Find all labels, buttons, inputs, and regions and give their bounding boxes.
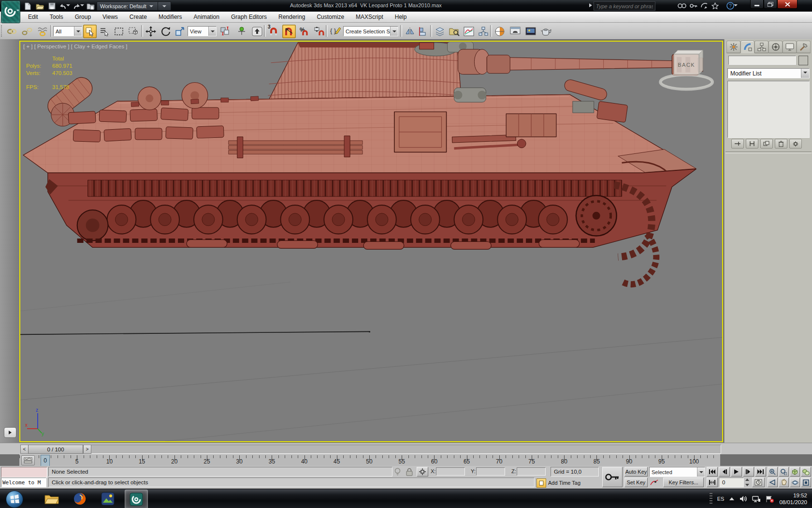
selection-filter-dropdown[interactable]: All bbox=[53, 26, 82, 36]
zoom-extents-button[interactable] bbox=[790, 467, 800, 477]
taskbar-clock[interactable]: 19:52 08/01/2020 bbox=[779, 492, 810, 506]
spinner-snap-toggle-icon[interactable] bbox=[312, 25, 326, 38]
angle-snap-toggle-icon[interactable] bbox=[282, 25, 296, 38]
frame-spinner[interactable] bbox=[744, 478, 750, 487]
render-production-icon[interactable] bbox=[539, 25, 553, 38]
help-dropdown-arrow[interactable] bbox=[734, 4, 738, 8]
menu-tools[interactable]: Tools bbox=[44, 12, 69, 22]
tab-utilities[interactable] bbox=[797, 41, 811, 53]
menu-create[interactable]: Create bbox=[124, 12, 153, 22]
search-icon[interactable] bbox=[677, 1, 687, 10]
previous-frame-button[interactable]: < bbox=[20, 445, 29, 454]
infocenter-expand-arrow[interactable] bbox=[589, 3, 593, 9]
mirror-icon[interactable] bbox=[403, 25, 417, 38]
tab-hierarchy[interactable] bbox=[754, 41, 768, 53]
default-in-out-tangent-icon[interactable] bbox=[650, 479, 659, 487]
coord-z-field[interactable] bbox=[517, 467, 546, 476]
expand-panel-button[interactable] bbox=[4, 427, 16, 438]
perspective-viewport[interactable]: BACK [ + ] [ Perspective ] [ Clay + Edge… bbox=[19, 41, 723, 442]
coord-y-field[interactable] bbox=[476, 467, 505, 476]
select-and-link-icon[interactable] bbox=[5, 25, 18, 38]
new-file-button[interactable] bbox=[22, 2, 33, 10]
select-and-rotate-icon[interactable] bbox=[159, 25, 172, 38]
play-animation-button[interactable] bbox=[731, 467, 742, 477]
maxscript-mini-listener-macro[interactable] bbox=[1, 467, 47, 478]
tab-motion[interactable] bbox=[768, 41, 783, 53]
workspace-selector[interactable]: Workspace: Default bbox=[97, 1, 160, 11]
pan-view-button[interactable] bbox=[779, 478, 789, 487]
object-name-field[interactable] bbox=[728, 56, 796, 65]
next-frame-button[interactable]: > bbox=[83, 445, 91, 454]
favorites-star-icon[interactable] bbox=[710, 1, 720, 10]
subscription-key-icon[interactable] bbox=[688, 1, 699, 10]
next-frame-step-button[interactable] bbox=[743, 467, 754, 477]
selection-lock-icon[interactable] bbox=[406, 468, 413, 477]
viewcube-face-label[interactable]: BACK bbox=[678, 62, 695, 68]
reference-coordinate-dropdown[interactable]: View bbox=[188, 26, 217, 36]
add-time-tag[interactable]: Add Time Tag bbox=[548, 478, 580, 487]
network-icon[interactable] bbox=[752, 495, 761, 502]
viewport-header-label[interactable]: [ + ] [ Perspective ] [ Clay + Edged Fac… bbox=[23, 44, 127, 49]
menu-views[interactable]: Views bbox=[97, 12, 124, 22]
use-pivot-point-center-icon[interactable] bbox=[218, 25, 232, 38]
coord-x-field[interactable] bbox=[436, 467, 465, 476]
go-to-end-button[interactable] bbox=[755, 467, 766, 477]
menu-rendering[interactable]: Rendering bbox=[273, 12, 311, 22]
show-hidden-icons-arrow[interactable] bbox=[729, 497, 735, 501]
communication-center-icon[interactable] bbox=[699, 1, 710, 10]
viewcube[interactable]: BACK bbox=[660, 50, 712, 90]
menu-group[interactable]: Group bbox=[69, 12, 97, 22]
go-to-start-button[interactable] bbox=[707, 467, 718, 477]
select-by-name-icon[interactable] bbox=[98, 25, 111, 38]
modifier-stack-list[interactable] bbox=[727, 81, 810, 138]
align-icon[interactable] bbox=[417, 25, 430, 38]
maxscript-mini-listener[interactable]: Welcome to M bbox=[1, 478, 46, 487]
bind-to-space-warp-icon[interactable] bbox=[36, 25, 49, 38]
zoom-extents-all-button[interactable] bbox=[801, 467, 811, 477]
previous-frame-step-button[interactable] bbox=[719, 467, 730, 477]
project-folder-button[interactable] bbox=[85, 2, 96, 10]
save-file-button[interactable] bbox=[46, 2, 57, 10]
layer-manager-icon[interactable] bbox=[433, 25, 447, 38]
taskbar-app-button[interactable] bbox=[97, 490, 119, 508]
menu-edit[interactable]: Edit bbox=[22, 12, 44, 22]
restore-button[interactable] bbox=[764, 0, 777, 9]
menu-modifiers[interactable]: Modifiers bbox=[153, 12, 188, 22]
zoom-button[interactable] bbox=[768, 467, 778, 477]
schematic-view-icon[interactable] bbox=[477, 25, 490, 38]
taskbar-explorer-button[interactable] bbox=[41, 490, 63, 508]
field-of-view-button[interactable] bbox=[768, 478, 778, 487]
application-menu-button[interactable] bbox=[1, 0, 20, 23]
object-color-swatch[interactable] bbox=[798, 56, 808, 65]
curve-editor-icon[interactable] bbox=[462, 25, 476, 38]
time-slider-grip[interactable]: 0 / 100 bbox=[28, 445, 83, 454]
select-and-manipulate-icon[interactable] bbox=[235, 25, 248, 38]
select-and-move-icon[interactable] bbox=[144, 25, 158, 38]
auto-key-button[interactable]: Auto Key bbox=[624, 467, 648, 477]
action-center-flag-icon[interactable] bbox=[766, 495, 774, 503]
absolute-offset-mode-toggle[interactable] bbox=[417, 467, 428, 477]
scene-explorer-icon[interactable] bbox=[448, 25, 461, 38]
select-and-scale-icon[interactable] bbox=[173, 25, 187, 38]
maximize-viewport-toggle[interactable] bbox=[801, 478, 811, 487]
key-mode-dropdown[interactable]: Selected bbox=[649, 467, 705, 477]
show-end-result-button[interactable] bbox=[746, 139, 758, 149]
modifier-list-dropdown[interactable]: Modifier List bbox=[727, 68, 810, 78]
track-bar[interactable]: 5101520253035404550556065707580859095100… bbox=[19, 454, 720, 467]
tab-create[interactable] bbox=[726, 41, 740, 53]
select-object-button[interactable] bbox=[83, 25, 97, 38]
rendered-frame-window-icon[interactable] bbox=[524, 25, 537, 38]
remove-modifier-button[interactable] bbox=[775, 139, 787, 149]
material-editor-icon[interactable] bbox=[493, 25, 507, 38]
viewport-3d-scene[interactable]: BACK bbox=[20, 42, 722, 441]
minimize-button[interactable] bbox=[750, 0, 764, 9]
set-keys-button[interactable] bbox=[602, 467, 623, 487]
start-button[interactable] bbox=[6, 491, 23, 508]
tank-model[interactable] bbox=[23, 42, 703, 284]
menu-help[interactable]: Help bbox=[389, 12, 413, 22]
search-box[interactable] bbox=[594, 1, 655, 11]
open-file-button[interactable] bbox=[34, 2, 45, 10]
set-key-button[interactable]: Set Key bbox=[624, 478, 648, 487]
current-frame-field[interactable]: 0 bbox=[719, 478, 744, 487]
open-mini-curve-editor-button[interactable] bbox=[21, 455, 35, 465]
